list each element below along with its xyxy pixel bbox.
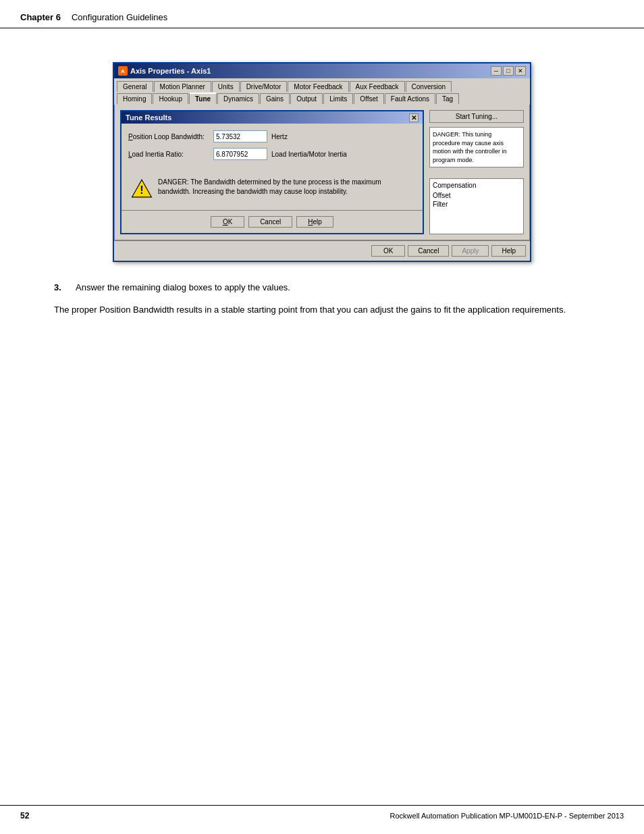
page-header: Chapter 6 Configuration Guidelines — [0, 0, 644, 28]
dialog-container: A Axis Properties - Axis1 ─ □ ✕ General … — [54, 62, 590, 262]
maximize-button[interactable]: □ — [503, 66, 514, 76]
tab-fault-actions[interactable]: Fault Actions — [385, 93, 435, 104]
right-panel: Start Tuning... DANGER: This tuning proc… — [429, 110, 524, 234]
position-loop-bandwidth-unit: Hertz — [271, 133, 288, 140]
tune-results-title-bar: Tune Results ✕ — [122, 111, 423, 124]
help-button[interactable]: Help — [296, 216, 333, 228]
tab-offset[interactable]: Offset — [354, 93, 384, 104]
tune-results-body: Position Loop Bandwidth: Hertz Load Iner… — [122, 124, 423, 210]
tune-results-dialog: Tune Results ✕ Position Loop Bandwidth: — [120, 110, 424, 234]
warning-area: ! DANGER: The Bandwidth determined by th… — [128, 174, 416, 203]
title-buttons: ─ □ ✕ — [491, 66, 526, 76]
step-number: 3. — [54, 282, 68, 292]
tab-hookup[interactable]: Hookup — [153, 93, 188, 104]
load-inertia-ratio-label: Load Inertia Ratio: — [128, 151, 209, 158]
tune-results-close-button[interactable]: ✕ — [409, 113, 419, 122]
axis-bottom-buttons: OK Cancel Apply Help — [114, 240, 530, 261]
footer-page-number: 52 — [20, 811, 29, 820]
minimize-button[interactable]: ─ — [491, 66, 502, 76]
cancel-button[interactable]: Cancel — [248, 216, 292, 228]
left-panel: Tune Results ✕ Position Loop Bandwidth: — [120, 110, 424, 234]
footer-center-text: Rockwell Automation Publication MP-UM001… — [390, 812, 624, 820]
tab-drive-motor[interactable]: Drive/Motor — [240, 81, 288, 92]
load-inertia-ratio-unit: Load Inertia/Motor Inertia — [271, 151, 347, 158]
title-bar-left: A Axis Properties - Axis1 — [118, 66, 211, 76]
tab-motor-feedback[interactable]: Motor Feedback — [288, 81, 348, 92]
tab-row-1: General Motion Planner Units Drive/Motor… — [117, 81, 527, 92]
compensation-offset: Offset — [433, 192, 520, 199]
axis-apply-button: Apply — [452, 245, 489, 257]
tab-dynamics[interactable]: Dynamics — [217, 93, 259, 104]
paragraph-text: The proper Position Bandwidth results in… — [54, 303, 590, 317]
tab-units[interactable]: Units — [212, 81, 240, 92]
load-inertia-ratio-input[interactable] — [213, 148, 267, 160]
load-inertia-ratio-row: Load Inertia Ratio: Load Inertia/Motor I… — [128, 148, 416, 160]
position-loop-bandwidth-label: Position Loop Bandwidth: — [128, 133, 209, 140]
tab-conversion[interactable]: Conversion — [406, 81, 452, 92]
danger-info-box: DANGER: This tuning procedure may cause … — [429, 127, 524, 167]
step-text: Answer the remaining dialog boxes to app… — [76, 282, 290, 292]
tab-tag[interactable]: Tag — [436, 93, 459, 104]
warning-icon: ! — [131, 178, 153, 199]
tab-tune[interactable]: Tune — [189, 93, 217, 104]
position-loop-bandwidth-input[interactable] — [213, 130, 267, 142]
axis-ok-button[interactable]: OK — [371, 245, 405, 257]
tab-limits[interactable]: Limits — [323, 93, 353, 104]
start-tuning-button[interactable]: Start Tuning... — [429, 110, 524, 123]
tab-output[interactable]: Output — [290, 93, 323, 104]
axis-cancel-button[interactable]: Cancel — [408, 245, 449, 257]
step-3-row: 3. Answer the remaining dialog boxes to … — [54, 282, 590, 292]
compensation-title: Compensation — [433, 182, 520, 189]
axis-window-title: Axis Properties - Axis1 — [130, 67, 211, 75]
tab-gains[interactable]: Gains — [260, 93, 290, 104]
axis-properties-window: A Axis Properties - Axis1 ─ □ ✕ General … — [113, 62, 531, 262]
chapter-title: Configuration Guidelines — [72, 12, 167, 22]
tab-row-2: Homing Hookup Tune Dynamics Gains Output… — [117, 93, 527, 104]
tab-general[interactable]: General — [117, 81, 153, 92]
compensation-filter: Filter — [433, 201, 520, 208]
ok-button[interactable]: OK — [211, 216, 244, 228]
position-loop-bandwidth-row: Position Loop Bandwidth: Hertz — [128, 130, 416, 142]
chapter-label: Chapter 6 — [20, 12, 61, 22]
tune-results-buttons: OK Cancel Help — [122, 210, 423, 233]
tab-area-row1: General Motion Planner Units Drive/Motor… — [114, 78, 530, 104]
svg-text:!: ! — [140, 184, 143, 196]
warning-text: DANGER: The Bandwidth determined by the … — [158, 178, 413, 197]
compensation-box: Compensation Offset Filter — [429, 178, 524, 234]
tune-results-title-text: Tune Results — [126, 113, 171, 122]
close-button[interactable]: ✕ — [515, 66, 526, 76]
window-body: Tune Results ✕ Position Loop Bandwidth: — [114, 105, 530, 240]
page-footer: 52 Rockwell Automation Publication MP-UM… — [0, 805, 644, 820]
tab-motion-planner[interactable]: Motion Planner — [154, 81, 211, 92]
main-content: A Axis Properties - Axis1 ─ □ ✕ General … — [0, 28, 644, 357]
axis-window-icon: A — [118, 66, 128, 76]
tab-aux-feedback[interactable]: Aux Feedback — [350, 81, 405, 92]
title-bar: A Axis Properties - Axis1 ─ □ ✕ — [114, 63, 530, 78]
axis-help-button[interactable]: Help — [491, 245, 526, 257]
tab-homing[interactable]: Homing — [117, 93, 152, 104]
svg-text:A: A — [121, 68, 125, 74]
